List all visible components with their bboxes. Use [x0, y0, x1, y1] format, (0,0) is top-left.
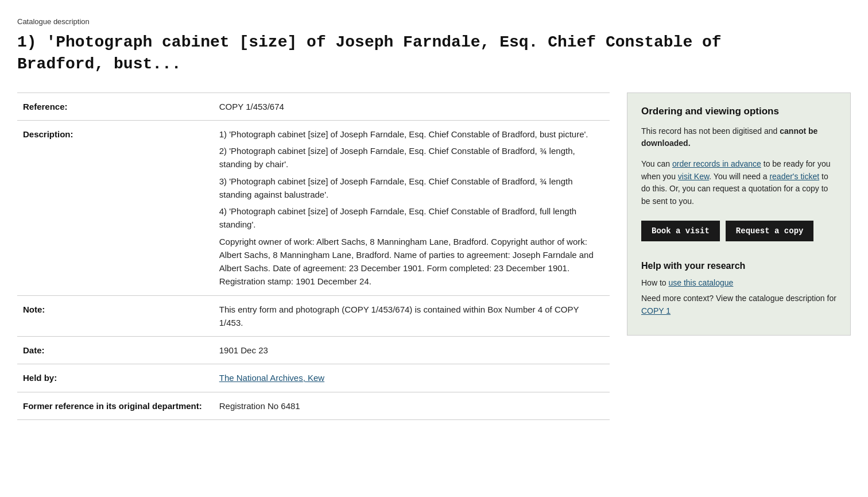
description-item-2: 2) 'Photograph cabinet [size] of Joseph …	[219, 144, 604, 171]
description-row: Description: 1) 'Photograph cabinet [siz…	[17, 120, 610, 295]
digitised-notice: This record has not been digitised and c…	[641, 125, 836, 150]
advance-order-suffix: . You will need a	[709, 172, 769, 181]
description-label: Description:	[17, 120, 214, 295]
description-item-1: 1) 'Photograph cabinet [size] of Joseph …	[219, 128, 604, 141]
book-visit-button[interactable]: Book a visit	[641, 221, 720, 241]
use-catalogue-text: How to use this catalogue	[641, 277, 836, 290]
advance-order-prefix: You can	[641, 159, 672, 168]
date-label: Date:	[17, 337, 214, 364]
held-by-link[interactable]: The National Archives, Kew	[219, 373, 324, 383]
former-ref-label: Former reference in its original departm…	[17, 392, 214, 419]
description-item-5: Copyright owner of work: Albert Sachs, 8…	[219, 235, 604, 288]
help-title: Help with your research	[641, 261, 836, 271]
former-ref-row: Former reference in its original departm…	[17, 392, 610, 419]
copy1-link[interactable]: COPY 1	[641, 306, 671, 315]
catalogue-label: Catalogue description	[17, 17, 851, 26]
record-table: Reference: COPY 1/453/674 Description: 1…	[17, 93, 610, 420]
held-by-value: The National Archives, Kew	[214, 364, 610, 392]
date-row: Date: 1901 Dec 23	[17, 337, 610, 364]
date-value: 1901 Dec 23	[214, 337, 610, 364]
note-label: Note:	[17, 295, 214, 337]
visit-kew-link[interactable]: visit Kew	[678, 172, 709, 181]
reference-value: COPY 1/453/674	[214, 93, 610, 120]
request-copy-button[interactable]: Request a copy	[726, 221, 814, 241]
description-item-3: 3) 'Photograph cabinet [size] of Joseph …	[219, 175, 604, 202]
held-by-row: Held by: The National Archives, Kew	[17, 364, 610, 392]
order-records-link[interactable]: order records in advance	[672, 159, 761, 168]
more-context-prefix: Need more context? View the catalogue de…	[641, 294, 836, 303]
order-info-text: You can order records in advance to be r…	[641, 158, 836, 208]
content-area: Reference: COPY 1/453/674 Description: 1…	[17, 93, 610, 420]
held-by-label: Held by:	[17, 364, 214, 392]
reference-row: Reference: COPY 1/453/674	[17, 93, 610, 120]
note-row: Note: This entry form and photograph (CO…	[17, 295, 610, 337]
use-catalogue-link[interactable]: use this catalogue	[668, 278, 733, 287]
page-title: 1) 'Photograph cabinet [size] of Joseph …	[17, 32, 851, 75]
action-buttons: Book a visit Request a copy	[641, 221, 836, 241]
reference-label: Reference:	[17, 93, 214, 120]
description-value: 1) 'Photograph cabinet [size] of Joseph …	[214, 120, 610, 295]
readers-ticket-link[interactable]: reader's ticket	[769, 172, 819, 181]
note-value: This entry form and photograph (COPY 1/4…	[214, 295, 610, 337]
ordering-title: Ordering and viewing options	[641, 106, 836, 117]
description-item-4: 4) 'Photograph cabinet [size] of Joseph …	[219, 205, 604, 232]
sidebar: Ordering and viewing options This record…	[627, 93, 851, 336]
use-catalogue-prefix: How to	[641, 278, 668, 287]
not-digitised-text: This record has not been digitised and	[641, 126, 780, 136]
former-ref-value: Registration No 6481	[214, 392, 610, 419]
ordering-box: Ordering and viewing options This record…	[627, 93, 851, 336]
help-section: Help with your research How to use this …	[641, 257, 836, 318]
more-context-text: Need more context? View the catalogue de…	[641, 292, 836, 317]
